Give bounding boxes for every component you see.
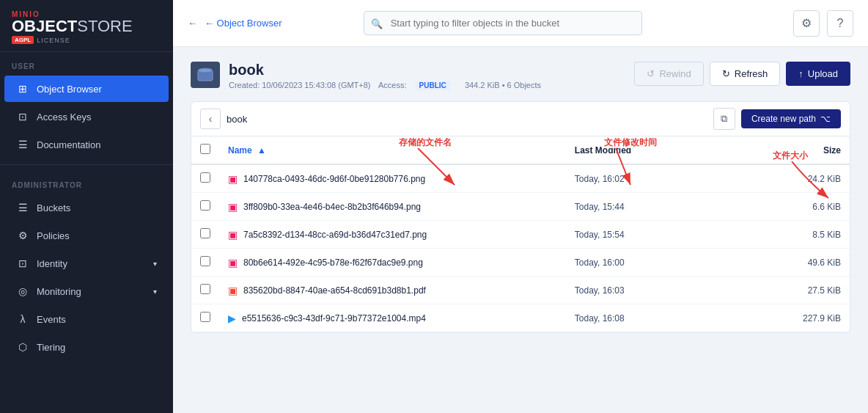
sidebar-item-object-browser[interactable]: ⊞ Object Browser [4, 76, 169, 102]
file-name[interactable]: 7a5c8392-d134-48cc-a69d-b36d47c31ed7.png [243, 230, 427, 240]
sidebar-item-label: Events [37, 314, 66, 325]
upload-icon: ↑ [798, 68, 803, 79]
file-type-icon: ▣ [228, 201, 238, 213]
row-name-cell: ▣ 7a5c8392-d134-48cc-a69d-b36d47c31ed7.p… [219, 221, 566, 249]
table-row: ▣ 835620bd-8847-40ae-a654-8cd691b3d8b1.p… [191, 277, 850, 304]
gear-icon: ⚙ [801, 16, 812, 30]
rewind-label: Rewind [659, 68, 691, 79]
file-name[interactable]: 80b6e614-492e-4c95-b78e-f62f67dac9e9.png [243, 257, 423, 268]
bucket-info: book Created: 10/06/2023 15:43:08 (GMT+8… [229, 62, 547, 89]
help-icon: ? [837, 17, 844, 30]
chevron-down-icon: ▾ [153, 288, 157, 296]
row-checkbox-cell [191, 193, 219, 221]
sidebar-item-policies[interactable]: ⚙ Policies [4, 222, 169, 249]
upload-button[interactable]: ↑ Upload [786, 62, 850, 86]
topbar-actions: ⚙ ? [793, 10, 853, 37]
file-size: 227.9 KiB [803, 313, 841, 324]
bucket-actions: ↺ Rewind ↻ Refresh ↑ Upload [634, 62, 850, 86]
breadcrumb-back-button[interactable]: ‹ [200, 109, 221, 129]
settings-button[interactable]: ⚙ [793, 10, 820, 37]
sidebar-item-tiering[interactable]: ⬡ Tiering [4, 334, 169, 360]
sidebar-item-documentation[interactable]: ☰ Documentation [4, 131, 169, 158]
bucket-access-level: PUBLIC [415, 81, 451, 90]
row-name-cell: ▣ 835620bd-8847-40ae-a654-8cd691b3d8b1.p… [219, 277, 566, 304]
row-name-cell: ▣ 80b6e614-492e-4c95-b78e-f62f67dac9e9.p… [219, 249, 566, 277]
help-button[interactable]: ? [827, 10, 853, 37]
main-area: ← ← Object Browser 🔍 ⚙ ? [173, 0, 868, 413]
select-all-checkbox[interactable] [200, 144, 210, 154]
col-header-size[interactable]: Size [724, 136, 850, 164]
bucket-header: book Created: 10/06/2023 15:43:08 (GMT+8… [191, 62, 850, 89]
user-section-label: User [0, 52, 173, 75]
file-name[interactable]: 3ff809b0-33ea-4e46-b4ec-8b2b3f646b94.png [243, 202, 421, 212]
policies-icon: ⚙ [16, 229, 29, 242]
row-modified-cell: Today, 16:08 [566, 304, 724, 332]
file-name[interactable]: e5515636-c9c3-43df-9c71-9b77372e1004.mp4 [242, 313, 426, 324]
col-modified-label: Last Modified [575, 145, 631, 156]
product-name-sub: STORE [77, 18, 132, 34]
bucket-icon [191, 62, 220, 88]
license-area: AGPL LICENSE [12, 36, 161, 44]
row-checkbox-cell [191, 221, 219, 249]
row-checkbox[interactable] [200, 312, 210, 322]
file-type-icon: ▣ [228, 173, 238, 185]
table-row: ▣ 80b6e614-492e-4c95-b78e-f62f67dac9e9.p… [191, 249, 850, 277]
row-checkbox[interactable] [200, 172, 210, 183]
row-checkbox[interactable] [200, 256, 210, 266]
col-header-modified[interactable]: Last Modified [566, 136, 724, 164]
buckets-icon: ☰ [16, 201, 29, 214]
file-modified: Today, 16:00 [575, 257, 625, 268]
file-type-icon: ▶ [228, 313, 236, 324]
file-browser: ‹ book ⧉ Create new path ⌥ [191, 101, 850, 333]
sidebar-item-label: Access Keys [37, 112, 91, 123]
admin-section-label: Administrator [0, 171, 173, 194]
refresh-button[interactable]: ↻ Refresh [710, 62, 781, 86]
row-checkbox[interactable] [200, 200, 210, 211]
row-checkbox[interactable] [200, 284, 210, 294]
chevron-down-icon: ▾ [153, 260, 157, 268]
access-keys-icon: ⊡ [16, 110, 29, 123]
bucket-svg-icon [197, 67, 213, 82]
object-browser-icon: ⊞ [16, 82, 29, 95]
table-row: ▣ 7a5c8392-d134-48cc-a69d-b36d47c31ed7.p… [191, 221, 850, 249]
search-input[interactable] [364, 11, 642, 35]
table-header: Name ▲ Last Modified Size [191, 136, 850, 164]
sidebar-item-buckets[interactable]: ☰ Buckets [4, 194, 169, 221]
sort-arrow-icon: ▲ [257, 145, 266, 156]
copy-path-button[interactable]: ⧉ [713, 108, 735, 130]
refresh-icon: ↻ [722, 68, 730, 79]
row-size-cell: 8.5 KiB [724, 221, 850, 249]
sidebar-item-label: Tiering [37, 342, 65, 353]
file-size: 27.5 KiB [808, 285, 841, 296]
file-modified: Today, 16:03 [575, 285, 625, 296]
documentation-icon: ☰ [16, 138, 29, 151]
refresh-label: Refresh [735, 68, 768, 79]
row-checkbox-cell [191, 277, 219, 304]
sidebar-item-identity[interactable]: ⊡ Identity ▾ [4, 250, 169, 277]
back-arrow-icon: ← [188, 18, 197, 29]
table-row: ▶ e5515636-c9c3-43df-9c71-9b77372e1004.m… [191, 304, 850, 332]
logo-area: MINIO OBJECT STORE AGPL LICENSE [0, 0, 173, 52]
upload-label: Upload [808, 68, 838, 79]
rewind-button[interactable]: ↺ Rewind [634, 62, 703, 86]
sidebar-item-events[interactable]: λ Events [4, 306, 169, 332]
row-checkbox[interactable] [200, 228, 210, 238]
row-name-cell: ▶ e5515636-c9c3-43df-9c71-9b77372e1004.m… [219, 304, 566, 332]
file-name[interactable]: 140778ca-0493-46dc-9d6f-0be91280b776.png [243, 174, 425, 184]
search-icon: 🔍 [371, 18, 383, 29]
new-path-label: Create new path [751, 114, 816, 124]
row-modified-cell: Today, 16:02 [566, 164, 724, 193]
bucket-meta: Created: 10/06/2023 15:43:08 (GMT+8) Acc… [229, 81, 547, 89]
back-button[interactable]: ← ← Object Browser [188, 18, 282, 29]
create-new-path-button[interactable]: Create new path ⌥ [741, 109, 841, 128]
row-checkbox-cell [191, 304, 219, 332]
sidebar-item-access-keys[interactable]: ⊡ Access Keys [4, 103, 169, 130]
topbar: ← ← Object Browser 🔍 ⚙ ? [173, 0, 868, 47]
bucket-access-label: Access: [378, 81, 407, 89]
tiering-icon: ⬡ [16, 340, 29, 354]
file-name[interactable]: 835620bd-8847-40ae-a654-8cd691b3d8b1.pdf [243, 285, 426, 296]
col-header-name[interactable]: Name ▲ [219, 136, 566, 164]
file-modified: Today, 15:44 [575, 202, 625, 212]
sidebar-item-monitoring[interactable]: ◎ Monitoring ▾ [4, 278, 169, 304]
copy-icon: ⧉ [721, 113, 727, 125]
